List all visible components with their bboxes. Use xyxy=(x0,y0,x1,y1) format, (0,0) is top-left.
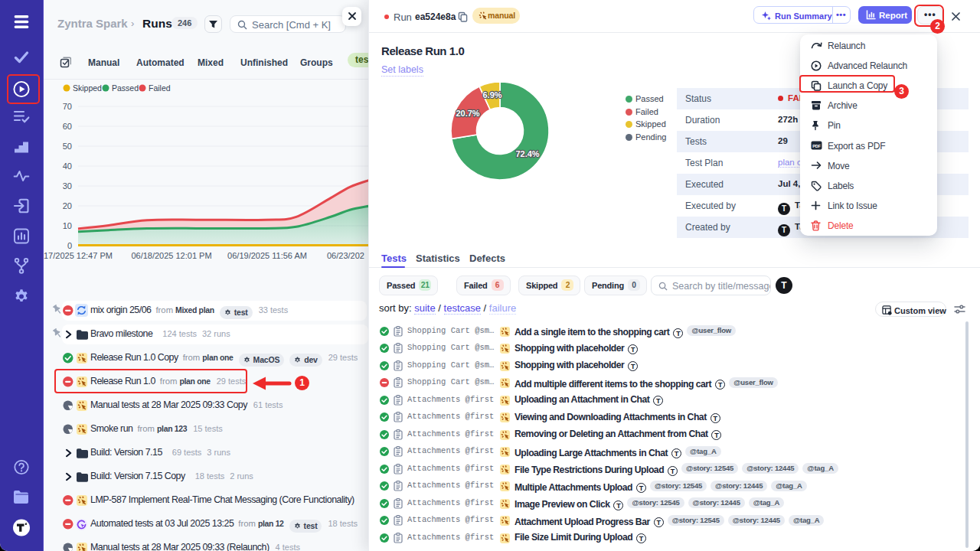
svg-text:20: 20 xyxy=(63,201,72,210)
svg-text:0: 0 xyxy=(67,241,72,250)
svg-text:72.4%: 72.4% xyxy=(515,149,539,158)
svg-text:70: 70 xyxy=(63,102,72,111)
svg-text:Skipped: Skipped xyxy=(73,83,102,93)
svg-text:PDF: PDF xyxy=(812,143,821,148)
svg-text:30: 30 xyxy=(63,181,72,191)
svg-text:06/19/2025 11:56 AM: 06/19/2025 11:56 AM xyxy=(227,251,307,260)
svg-text:20.7%: 20.7% xyxy=(456,109,479,118)
svg-text:6.9%: 6.9% xyxy=(482,90,501,99)
svg-text:40: 40 xyxy=(63,161,72,171)
svg-text:Passed: Passed xyxy=(112,83,139,93)
svg-text:60: 60 xyxy=(63,122,72,131)
svg-text:17/2025 12:47 PM: 17/2025 12:47 PM xyxy=(44,251,113,260)
svg-text:Failed: Failed xyxy=(149,83,171,93)
svg-text:06/18/2025 12:01 PM: 06/18/2025 12:01 PM xyxy=(131,251,211,260)
svg-text:50: 50 xyxy=(63,142,72,151)
svg-text:10: 10 xyxy=(63,221,72,230)
svg-text:06/23/202: 06/23/202 xyxy=(327,251,364,260)
